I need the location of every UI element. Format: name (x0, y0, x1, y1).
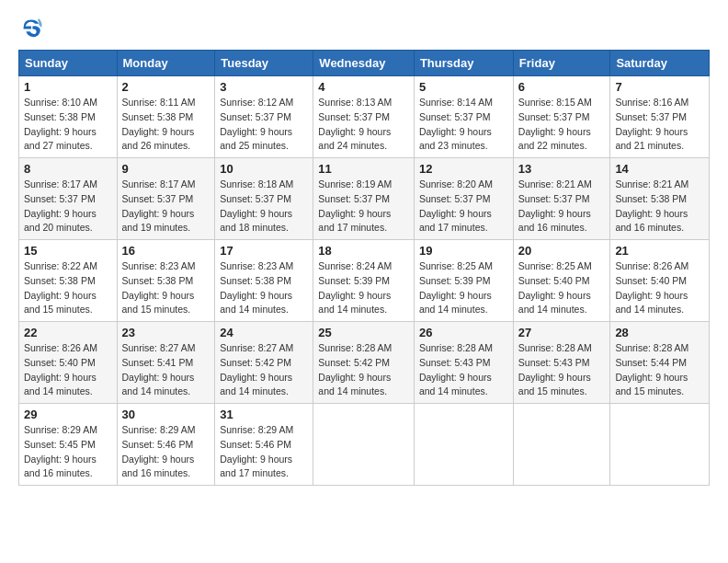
day-number: 11 (318, 162, 409, 176)
calendar-cell: 31Sunrise: 8:29 AMSunset: 5:46 PMDayligh… (215, 404, 313, 486)
calendar-week-row: 8Sunrise: 8:17 AMSunset: 5:37 PMDaylight… (19, 158, 710, 240)
header (18, 15, 710, 40)
day-number: 17 (220, 244, 308, 258)
day-number: 12 (419, 162, 508, 176)
day-number: 1 (24, 80, 112, 94)
day-info: Sunrise: 8:13 AMSunset: 5:37 PMDaylight:… (318, 96, 409, 154)
calendar-cell (610, 404, 710, 486)
day-number: 15 (24, 244, 112, 258)
calendar-cell: 7Sunrise: 8:16 AMSunset: 5:37 PMDaylight… (610, 76, 710, 158)
day-info: Sunrise: 8:20 AMSunset: 5:37 PMDaylight:… (419, 178, 508, 236)
calendar-cell: 3Sunrise: 8:12 AMSunset: 5:37 PMDaylight… (215, 76, 313, 158)
calendar-cell: 1Sunrise: 8:10 AMSunset: 5:38 PMDaylight… (19, 76, 118, 158)
day-number: 4 (318, 80, 409, 94)
day-info: Sunrise: 8:21 AMSunset: 5:38 PMDaylight:… (615, 178, 704, 236)
calendar-cell: 22Sunrise: 8:26 AMSunset: 5:40 PMDayligh… (19, 322, 118, 404)
calendar-cell: 14Sunrise: 8:21 AMSunset: 5:38 PMDayligh… (610, 158, 710, 240)
day-number: 5 (419, 80, 508, 94)
day-info: Sunrise: 8:26 AMSunset: 5:40 PMDaylight:… (24, 341, 112, 399)
calendar-cell (313, 404, 415, 486)
day-number: 30 (122, 408, 210, 421)
day-info: Sunrise: 8:17 AMSunset: 5:37 PMDaylight:… (122, 178, 210, 236)
calendar-week-row: 1Sunrise: 8:10 AMSunset: 5:38 PMDaylight… (19, 76, 710, 158)
calendar-cell: 12Sunrise: 8:20 AMSunset: 5:37 PMDayligh… (414, 158, 513, 240)
day-number: 10 (220, 162, 308, 176)
day-number: 28 (615, 326, 704, 339)
calendar-cell: 13Sunrise: 8:21 AMSunset: 5:37 PMDayligh… (513, 158, 610, 240)
calendar-cell: 30Sunrise: 8:29 AMSunset: 5:46 PMDayligh… (117, 404, 215, 486)
day-info: Sunrise: 8:21 AMSunset: 5:37 PMDaylight:… (518, 178, 606, 236)
day-info: Sunrise: 8:11 AMSunset: 5:38 PMDaylight:… (122, 96, 210, 154)
weekday-header-tuesday: Tuesday (215, 51, 313, 76)
calendar-cell: 17Sunrise: 8:23 AMSunset: 5:38 PMDayligh… (215, 240, 313, 322)
day-info: Sunrise: 8:27 AMSunset: 5:42 PMDaylight:… (220, 341, 308, 399)
day-number: 25 (318, 326, 409, 339)
day-number: 3 (220, 80, 308, 94)
calendar-cell: 18Sunrise: 8:24 AMSunset: 5:39 PMDayligh… (313, 240, 415, 322)
calendar-cell: 23Sunrise: 8:27 AMSunset: 5:41 PMDayligh… (117, 322, 215, 404)
day-number: 26 (419, 326, 508, 339)
calendar-cell: 29Sunrise: 8:29 AMSunset: 5:45 PMDayligh… (19, 404, 118, 486)
weekday-header-monday: Monday (117, 51, 215, 76)
day-number: 19 (419, 244, 508, 258)
calendar-cell: 27Sunrise: 8:28 AMSunset: 5:43 PMDayligh… (513, 322, 610, 404)
day-number: 16 (122, 244, 210, 258)
day-info: Sunrise: 8:28 AMSunset: 5:43 PMDaylight:… (419, 341, 508, 399)
calendar-header-row: SundayMondayTuesdayWednesdayThursdayFrid… (19, 51, 710, 76)
calendar-cell: 21Sunrise: 8:26 AMSunset: 5:40 PMDayligh… (610, 240, 710, 322)
day-info: Sunrise: 8:29 AMSunset: 5:45 PMDaylight:… (24, 423, 112, 481)
weekday-header-sunday: Sunday (19, 51, 118, 76)
day-number: 20 (518, 244, 606, 258)
day-info: Sunrise: 8:16 AMSunset: 5:37 PMDaylight:… (615, 96, 704, 154)
day-number: 2 (122, 80, 210, 94)
weekday-header-friday: Friday (513, 51, 610, 76)
day-info: Sunrise: 8:23 AMSunset: 5:38 PMDaylight:… (220, 259, 308, 317)
day-number: 13 (518, 162, 606, 176)
day-number: 6 (518, 80, 606, 94)
weekday-header-saturday: Saturday (610, 51, 710, 76)
calendar-cell: 6Sunrise: 8:15 AMSunset: 5:37 PMDaylight… (513, 76, 610, 158)
day-info: Sunrise: 8:14 AMSunset: 5:37 PMDaylight:… (419, 96, 508, 154)
calendar-cell: 28Sunrise: 8:28 AMSunset: 5:44 PMDayligh… (610, 322, 710, 404)
day-info: Sunrise: 8:17 AMSunset: 5:37 PMDaylight:… (24, 178, 112, 236)
day-info: Sunrise: 8:29 AMSunset: 5:46 PMDaylight:… (122, 423, 210, 481)
calendar-cell: 25Sunrise: 8:28 AMSunset: 5:42 PMDayligh… (313, 322, 415, 404)
logo-icon (18, 15, 44, 40)
day-info: Sunrise: 8:15 AMSunset: 5:37 PMDaylight:… (518, 96, 606, 154)
logo (18, 15, 48, 40)
day-info: Sunrise: 8:29 AMSunset: 5:46 PMDaylight:… (220, 423, 308, 481)
calendar-week-row: 29Sunrise: 8:29 AMSunset: 5:45 PMDayligh… (19, 404, 710, 486)
day-info: Sunrise: 8:10 AMSunset: 5:38 PMDaylight:… (24, 96, 112, 154)
calendar-cell: 8Sunrise: 8:17 AMSunset: 5:37 PMDaylight… (19, 158, 118, 240)
calendar-cell: 10Sunrise: 8:18 AMSunset: 5:37 PMDayligh… (215, 158, 313, 240)
page: SundayMondayTuesdayWednesdayThursdayFrid… (0, 0, 728, 563)
day-number: 22 (24, 326, 112, 339)
calendar-cell: 26Sunrise: 8:28 AMSunset: 5:43 PMDayligh… (414, 322, 513, 404)
calendar-cell: 16Sunrise: 8:23 AMSunset: 5:38 PMDayligh… (117, 240, 215, 322)
day-number: 27 (518, 326, 606, 339)
day-info: Sunrise: 8:28 AMSunset: 5:43 PMDaylight:… (518, 341, 606, 399)
day-number: 7 (615, 80, 704, 94)
day-info: Sunrise: 8:26 AMSunset: 5:40 PMDaylight:… (615, 259, 704, 317)
day-info: Sunrise: 8:23 AMSunset: 5:38 PMDaylight:… (122, 259, 210, 317)
day-number: 14 (615, 162, 704, 176)
day-info: Sunrise: 8:22 AMSunset: 5:38 PMDaylight:… (24, 259, 112, 317)
day-number: 21 (615, 244, 704, 258)
calendar-cell: 4Sunrise: 8:13 AMSunset: 5:37 PMDaylight… (313, 76, 415, 158)
day-info: Sunrise: 8:12 AMSunset: 5:37 PMDaylight:… (220, 96, 308, 154)
calendar-cell (513, 404, 610, 486)
calendar-cell: 2Sunrise: 8:11 AMSunset: 5:38 PMDaylight… (117, 76, 215, 158)
weekday-header-thursday: Thursday (414, 51, 513, 76)
day-number: 9 (122, 162, 210, 176)
calendar-week-row: 15Sunrise: 8:22 AMSunset: 5:38 PMDayligh… (19, 240, 710, 322)
day-number: 24 (220, 326, 308, 339)
day-number: 8 (24, 162, 112, 176)
day-info: Sunrise: 8:28 AMSunset: 5:44 PMDaylight:… (615, 341, 704, 399)
day-number: 23 (122, 326, 210, 339)
calendar-cell: 11Sunrise: 8:19 AMSunset: 5:37 PMDayligh… (313, 158, 415, 240)
calendar-cell (414, 404, 513, 486)
calendar-cell: 24Sunrise: 8:27 AMSunset: 5:42 PMDayligh… (215, 322, 313, 404)
day-info: Sunrise: 8:25 AMSunset: 5:39 PMDaylight:… (419, 259, 508, 317)
day-info: Sunrise: 8:19 AMSunset: 5:37 PMDaylight:… (318, 178, 409, 236)
calendar-cell: 15Sunrise: 8:22 AMSunset: 5:38 PMDayligh… (19, 240, 118, 322)
